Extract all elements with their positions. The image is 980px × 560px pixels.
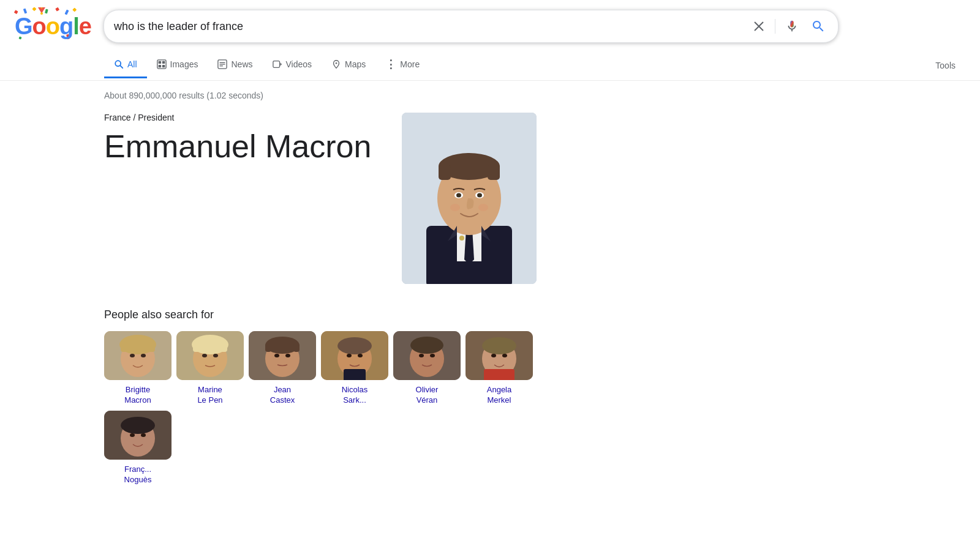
videos-tab-icon — [273, 59, 282, 69]
svg-rect-23 — [273, 61, 279, 68]
svg-point-56 — [202, 354, 207, 357]
svg-point-80 — [502, 354, 507, 357]
francoise-photo — [104, 411, 172, 460]
person-card-francoise[interactable]: Franç...Noguès — [104, 411, 172, 485]
brigitte-illustration — [104, 331, 172, 380]
person-card-olivier[interactable]: OlivierVéran — [393, 331, 461, 406]
search-submit-button[interactable] — [809, 17, 828, 36]
breadcrumb-prefix: France / — [104, 113, 138, 122]
svg-rect-62 — [293, 343, 300, 352]
svg-rect-16 — [162, 61, 164, 64]
svg-rect-61 — [265, 343, 271, 352]
search-submit-icon — [811, 19, 826, 34]
tab-news-label: News — [231, 59, 252, 69]
maps-tab-icon — [331, 59, 341, 69]
google-logo-text: Google — [15, 13, 91, 39]
all-tab-icon — [114, 59, 124, 69]
svg-marker-9 — [38, 7, 45, 13]
person-card-angela[interactable]: AngelaMerkel — [466, 331, 533, 406]
svg-point-36 — [456, 193, 461, 198]
more-dots-icon: ⋮ — [385, 58, 396, 71]
svg-point-86 — [141, 433, 146, 437]
person-photo — [402, 113, 537, 284]
tab-more[interactable]: ⋮ More — [375, 50, 429, 80]
also-search-section: People also search for Brigi — [104, 308, 537, 504]
francoise-name: Franç...Noguès — [124, 465, 152, 485]
svg-rect-70 — [344, 369, 366, 380]
tools-label: Tools — [935, 61, 956, 70]
svg-rect-18 — [162, 65, 164, 67]
svg-point-67 — [337, 337, 372, 354]
search-input[interactable]: who is the leader of france — [114, 20, 743, 33]
svg-rect-81 — [484, 369, 514, 380]
svg-marker-24 — [280, 62, 282, 65]
tab-news[interactable]: News — [208, 52, 262, 78]
svg-point-79 — [491, 354, 496, 357]
svg-point-25 — [336, 62, 337, 64]
svg-point-63 — [274, 354, 279, 357]
angela-photo — [466, 331, 533, 380]
header: Google who is the leader of france — [0, 0, 980, 43]
tab-images[interactable]: Images — [147, 52, 208, 78]
nicolas-illustration — [321, 331, 388, 380]
svg-point-49 — [130, 354, 135, 357]
brigitte-name: BrigitteMacron — [124, 385, 151, 406]
tab-maps-label: Maps — [345, 59, 366, 69]
marine-name: MarineLe Pen — [197, 385, 222, 406]
knowledge-panel: France / President Emmanuel Macron — [104, 113, 537, 284]
svg-point-38 — [477, 193, 482, 198]
images-tab-icon — [157, 59, 167, 69]
person-card-nicolas[interactable]: NicolasSark... — [321, 331, 388, 406]
clear-button[interactable] — [750, 18, 767, 35]
svg-rect-47 — [121, 342, 128, 352]
svg-rect-33 — [439, 165, 451, 180]
tab-videos[interactable]: Videos — [263, 52, 322, 78]
results-count: About 890,000,000 results (1.02 seconds) — [104, 91, 537, 100]
svg-rect-17 — [158, 65, 160, 67]
francoise-illustration — [104, 411, 172, 460]
olivier-illustration — [393, 331, 461, 380]
search-bar: who is the leader of france — [104, 10, 839, 43]
svg-point-39 — [450, 204, 460, 211]
svg-rect-55 — [220, 342, 227, 352]
search-nav: All Images News Videos Maps — [0, 50, 980, 81]
svg-rect-15 — [158, 61, 160, 64]
svg-point-57 — [213, 354, 218, 357]
olivier-name: OlivierVéran — [416, 385, 439, 406]
jean-photo — [249, 331, 316, 380]
tab-maps[interactable]: Maps — [322, 52, 375, 78]
svg-rect-54 — [193, 342, 200, 352]
svg-rect-6 — [72, 7, 77, 12]
nicolas-name: NicolasSark... — [342, 385, 368, 406]
svg-point-43 — [459, 236, 464, 241]
jean-illustration — [249, 331, 316, 380]
person-card-brigitte[interactable]: BrigitteMacron — [104, 331, 172, 406]
voice-search-button[interactable] — [783, 17, 801, 35]
svg-point-78 — [482, 337, 516, 354]
svg-point-74 — [419, 354, 424, 357]
google-logo[interactable]: Google — [15, 13, 91, 40]
person-card-marine[interactable]: MarineLe Pen — [176, 331, 244, 406]
person-card-jean[interactable]: JeanCastex — [249, 331, 316, 406]
svg-point-40 — [478, 204, 488, 211]
svg-rect-34 — [488, 165, 500, 180]
svg-rect-48 — [148, 342, 155, 352]
angela-name: AngelaMerkel — [487, 385, 511, 406]
tab-all[interactable]: All — [104, 52, 147, 78]
people-grid: BrigitteMacron MarineLe Pe — [104, 331, 537, 485]
svg-point-50 — [141, 354, 146, 357]
person-photo-container — [402, 113, 537, 284]
tab-videos-label: Videos — [286, 59, 312, 69]
svg-point-64 — [285, 354, 290, 357]
google-logo-area[interactable]: Google — [15, 13, 91, 40]
tools-button[interactable]: Tools — [925, 53, 965, 78]
svg-point-68 — [347, 354, 352, 357]
marine-illustration — [176, 331, 244, 380]
knowledge-panel-text: France / President Emmanuel Macron — [104, 113, 377, 175]
svg-point-84 — [121, 417, 155, 434]
brigitte-photo — [104, 331, 172, 380]
svg-rect-4 — [55, 7, 59, 12]
main-content: About 890,000,000 results (1.02 seconds)… — [0, 81, 551, 504]
news-tab-icon — [217, 59, 227, 69]
olivier-photo — [393, 331, 461, 380]
